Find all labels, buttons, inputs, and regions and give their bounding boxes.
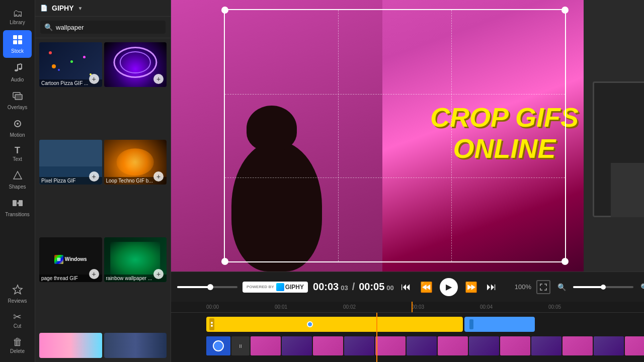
overlays-icon xyxy=(12,90,23,103)
search-icon: 🔍 xyxy=(44,23,53,31)
svg-point-12 xyxy=(17,123,19,125)
gif-item-4[interactable]: Loop Techno GIF b... + xyxy=(104,140,167,185)
reviews-icon xyxy=(12,284,23,297)
search-bar[interactable]: 🔍 xyxy=(40,21,166,34)
total-frames: 00 xyxy=(386,284,393,292)
sidebar: 🗂 Library Stock Audio Overlays Motion T … xyxy=(0,0,35,362)
fast-forward-button[interactable]: ⏩ xyxy=(463,279,479,295)
svg-rect-0 xyxy=(13,35,17,39)
thumb-cell-icon[interactable] xyxy=(206,336,230,355)
thumb-cell-6 xyxy=(407,336,437,355)
thumb-cell-1 xyxy=(251,336,281,355)
thumb-cell-pause: ⏸ xyxy=(231,336,250,355)
zoom-track[interactable] xyxy=(573,286,633,288)
track-row-1 xyxy=(206,315,644,334)
powered-by-label: POWERED BY xyxy=(247,285,274,289)
sidebar-item-motion[interactable]: Motion xyxy=(0,114,35,142)
gif-grid: Cartoon Pizza GIF ... + + Pixel Pizza GI… xyxy=(35,42,171,333)
transitions-icon xyxy=(12,198,23,210)
svg-marker-13 xyxy=(14,171,22,179)
gif-item-2[interactable]: + xyxy=(104,42,167,87)
gif-item-1[interactable]: Cartoon Pizza GIF ... + xyxy=(39,42,102,87)
library-icon: 🗂 xyxy=(13,8,23,18)
main-content: CROP GIFS ONLINE POWERED BY xyxy=(171,0,644,362)
play-button[interactable]: ▶ xyxy=(440,278,458,296)
thumb-cell-9 xyxy=(500,336,530,355)
gif-add-btn-6[interactable]: + xyxy=(153,269,164,279)
search-divider xyxy=(35,38,171,38)
ruler-mark-5: 00:05 xyxy=(548,304,561,310)
giphy-name: GIPHY xyxy=(285,284,304,291)
track-blue[interactable] xyxy=(464,317,535,332)
thumb-cell-7 xyxy=(438,336,468,355)
track-handle-left[interactable] xyxy=(209,318,214,330)
svg-line-8 xyxy=(17,64,21,65)
timeline-ruler: 00:00 00:01 00:02 00:03 00:04 00:05 xyxy=(171,302,644,313)
gif-add-btn-1[interactable]: + xyxy=(89,74,99,84)
thumb-cell-12 xyxy=(594,336,624,355)
svg-rect-3 xyxy=(18,40,22,44)
gif-add-btn-3[interactable]: + xyxy=(89,171,99,182)
sidebar-item-reviews[interactable]: Reviews xyxy=(0,280,35,308)
preview-area: CROP GIFS ONLINE xyxy=(171,0,644,272)
gif-item-3[interactable]: Pixel Pizza GIF + xyxy=(39,140,102,185)
current-time: 00:03 xyxy=(313,281,339,293)
controls-bar: POWERED BY GIPHY 00:03 03 / 00:05 00 ⏮ ⏪… xyxy=(171,272,644,302)
svg-marker-16 xyxy=(13,285,22,294)
gif-add-btn-4[interactable]: + xyxy=(153,171,164,182)
total-time: 00:05 xyxy=(359,281,384,293)
giphy-icon xyxy=(276,283,284,291)
search-input[interactable] xyxy=(56,24,162,31)
track-yellow[interactable] xyxy=(206,317,463,332)
sidebar-item-transitions[interactable]: Transitions xyxy=(0,194,35,221)
gif-add-btn-2[interactable]: + xyxy=(153,74,164,84)
zoom-thumb[interactable] xyxy=(601,285,606,290)
progress-track[interactable] xyxy=(177,286,237,288)
track-playhead-marker[interactable] xyxy=(307,321,313,327)
svg-rect-15 xyxy=(19,200,23,206)
sidebar-item-audio[interactable]: Audio xyxy=(0,59,35,86)
thumb-cell-13 xyxy=(625,336,644,355)
zoom-percent: 100% xyxy=(511,283,531,291)
sidebar-item-text[interactable]: T Text xyxy=(0,142,35,166)
gif-item-6[interactable]: rainbow wallpaper ... + xyxy=(104,237,167,282)
thumb-cell-5 xyxy=(375,336,406,355)
track-blue-handle[interactable] xyxy=(469,319,473,329)
sidebar-item-library[interactable]: 🗂 Library xyxy=(0,4,35,29)
sidebar-item-stock[interactable]: Stock xyxy=(3,30,32,58)
gif-preview-1[interactable] xyxy=(39,333,102,358)
ruler-mark-1: 00:01 xyxy=(275,304,287,310)
panel-header: 📄 GIPHY ▼ xyxy=(35,0,171,17)
skip-to-start-button[interactable]: ⏮ xyxy=(399,279,413,295)
svg-rect-5 xyxy=(17,65,18,71)
fullscreen-button[interactable] xyxy=(536,280,550,294)
gif-preview-2[interactable] xyxy=(104,333,167,358)
file-icon: 📄 xyxy=(40,5,48,12)
thumb-cell-3 xyxy=(313,336,343,355)
preview-text: CROP GIFS ONLINE xyxy=(430,102,579,164)
progress-thumb[interactable] xyxy=(207,284,213,290)
sidebar-item-shapes[interactable]: Shapes xyxy=(0,166,35,194)
panel-source-label: GIPHY xyxy=(52,4,74,12)
skip-to-end-button[interactable]: ⏭ xyxy=(485,279,499,295)
panel-dropdown-arrow[interactable]: ▼ xyxy=(78,6,83,11)
sidebar-item-overlays[interactable]: Overlays xyxy=(0,86,35,114)
thumb-cell-10 xyxy=(531,336,561,355)
rewind-button[interactable]: ⏪ xyxy=(418,279,435,295)
gif-item-5[interactable]: ⊞ Windows page thread GIF + xyxy=(39,237,102,282)
svg-rect-7 xyxy=(21,64,22,69)
zoom-out-button[interactable]: 🔍 xyxy=(555,281,568,293)
delete-icon: 🗑 xyxy=(13,337,23,347)
timeline: 00:00 00:01 00:02 00:03 00:04 00:05 xyxy=(171,302,644,362)
thumb-cell-8 xyxy=(469,336,499,355)
zoom-in-button[interactable]: 🔍 xyxy=(638,281,644,293)
svg-rect-2 xyxy=(13,40,17,44)
giphy-powered-badge: POWERED BY GIPHY xyxy=(243,282,308,293)
ruler-mark-3: 00:03 xyxy=(412,304,424,310)
sidebar-item-delete[interactable]: 🗑 Delete xyxy=(0,333,35,358)
timeline-ruler-playhead xyxy=(412,302,413,312)
preview-text-line1: CROP GIFS xyxy=(430,102,579,133)
gif-add-btn-5[interactable]: + xyxy=(89,269,99,279)
sidebar-item-cut[interactable]: ✂ Cut xyxy=(0,308,35,333)
svg-rect-14 xyxy=(13,200,17,206)
